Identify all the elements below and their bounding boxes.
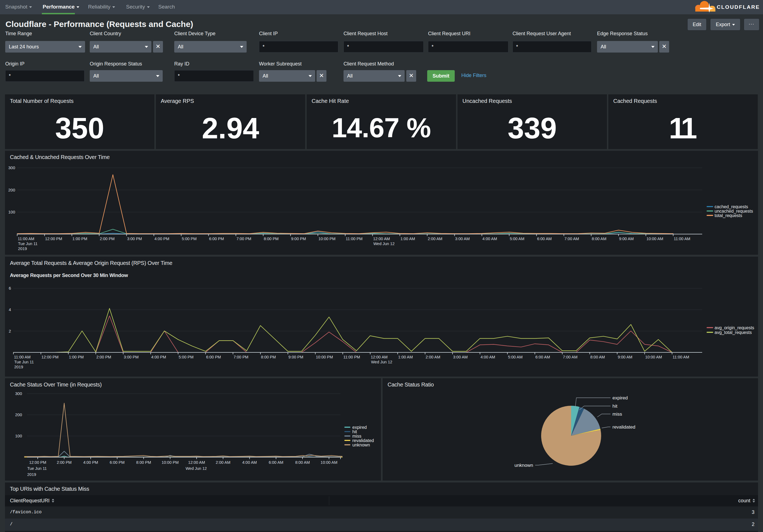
svg-text:12:00 AM: 12:00 AM bbox=[373, 236, 390, 241]
svg-text:miss: miss bbox=[612, 411, 622, 417]
svg-text:hit: hit bbox=[352, 429, 357, 434]
svg-text:2:00 AM: 2:00 AM bbox=[216, 460, 230, 465]
svg-text:3:00 AM: 3:00 AM bbox=[453, 355, 468, 359]
svg-text:2:00 PM: 2:00 PM bbox=[57, 460, 71, 465]
svg-text:6:00 AM: 6:00 AM bbox=[535, 355, 550, 359]
svg-text:7:00 PM: 7:00 PM bbox=[236, 236, 251, 241]
svg-text:Wed Jun 12: Wed Jun 12 bbox=[185, 466, 207, 471]
svg-text:3:00 PM: 3:00 PM bbox=[124, 355, 139, 359]
svg-text:miss: miss bbox=[352, 434, 362, 438]
svg-text:2:00 AM: 2:00 AM bbox=[428, 236, 442, 241]
svg-text:3:00 AM: 3:00 AM bbox=[455, 236, 470, 241]
svg-text:11:00 PM: 11:00 PM bbox=[343, 355, 360, 359]
svg-text:200: 200 bbox=[15, 412, 22, 417]
svg-text:8:00 AM: 8:00 AM bbox=[591, 355, 605, 359]
svg-text:11:00 AM: 11:00 AM bbox=[18, 236, 35, 241]
svg-text:1:00 PM: 1:00 PM bbox=[69, 355, 84, 359]
svg-text:5:00 AM: 5:00 AM bbox=[508, 355, 522, 359]
svg-text:10:00 AM: 10:00 AM bbox=[646, 236, 663, 241]
svg-text:4:00 PM: 4:00 PM bbox=[83, 460, 98, 465]
svg-text:1:00 AM: 1:00 AM bbox=[398, 355, 413, 359]
svg-text:revalidated: revalidated bbox=[352, 438, 374, 443]
svg-text:11:00 PM: 11:00 PM bbox=[346, 236, 363, 241]
svg-text:5:00 PM: 5:00 PM bbox=[179, 355, 193, 359]
svg-text:Tue Jun 11: Tue Jun 11 bbox=[14, 360, 34, 364]
svg-text:11:00 AM: 11:00 AM bbox=[673, 355, 689, 359]
svg-text:11:00 AM: 11:00 AM bbox=[674, 236, 690, 241]
svg-text:Wed Jun 12: Wed Jun 12 bbox=[371, 360, 392, 364]
svg-text:2: 2 bbox=[9, 329, 11, 333]
svg-text:6:00 PM: 6:00 PM bbox=[209, 236, 224, 241]
svg-text:11:00 AM: 11:00 AM bbox=[14, 355, 31, 359]
svg-text:300: 300 bbox=[8, 165, 15, 170]
svg-text:6: 6 bbox=[9, 286, 11, 291]
svg-text:9:00 AM: 9:00 AM bbox=[619, 236, 634, 241]
svg-text:revalidated: revalidated bbox=[612, 424, 635, 430]
svg-text:200: 200 bbox=[8, 188, 15, 192]
svg-text:6:00 AM: 6:00 AM bbox=[537, 236, 552, 241]
svg-text:10:00 PM: 10:00 PM bbox=[316, 355, 333, 359]
svg-text:100: 100 bbox=[15, 433, 22, 438]
svg-text:4: 4 bbox=[9, 307, 11, 312]
svg-text:expired: expired bbox=[352, 425, 367, 430]
svg-text:5:00 AM: 5:00 AM bbox=[510, 236, 524, 241]
svg-text:unknown: unknown bbox=[352, 443, 370, 447]
svg-text:10:00 AM: 10:00 AM bbox=[321, 460, 337, 465]
svg-text:2:00 PM: 2:00 PM bbox=[100, 236, 115, 241]
svg-text:2019: 2019 bbox=[18, 246, 27, 251]
svg-text:hit: hit bbox=[612, 403, 617, 409]
svg-text:9:00 PM: 9:00 PM bbox=[291, 236, 306, 241]
svg-text:6:00 AM: 6:00 AM bbox=[269, 460, 283, 465]
svg-text:2:00 AM: 2:00 AM bbox=[426, 355, 440, 359]
svg-text:4:00 PM: 4:00 PM bbox=[151, 355, 166, 359]
svg-text:8:00 PM: 8:00 PM bbox=[264, 236, 278, 241]
svg-text:7:00 AM: 7:00 AM bbox=[563, 355, 578, 359]
svg-text:4:00 AM: 4:00 AM bbox=[242, 460, 257, 465]
svg-text:8:00 PM: 8:00 PM bbox=[261, 355, 276, 359]
svg-text:10:00 PM: 10:00 PM bbox=[162, 460, 179, 465]
svg-text:total_requests: total_requests bbox=[714, 213, 742, 218]
svg-text:Tue Jun 11: Tue Jun 11 bbox=[27, 466, 47, 471]
svg-text:4:00 AM: 4:00 AM bbox=[483, 236, 497, 241]
svg-text:10:00 PM: 10:00 PM bbox=[318, 236, 336, 241]
svg-text:4:00 AM: 4:00 AM bbox=[481, 355, 495, 359]
svg-text:8:00 AM: 8:00 AM bbox=[592, 236, 606, 241]
svg-text:2:00 PM: 2:00 PM bbox=[96, 355, 111, 359]
svg-text:6:00 PM: 6:00 PM bbox=[206, 355, 221, 359]
svg-text:300: 300 bbox=[15, 391, 22, 396]
svg-text:10:00 AM: 10:00 AM bbox=[645, 355, 662, 359]
svg-text:avg_total_requests: avg_total_requests bbox=[714, 330, 752, 335]
svg-text:2019: 2019 bbox=[14, 365, 23, 369]
svg-text:5:00 PM: 5:00 PM bbox=[182, 236, 196, 241]
svg-text:8:00 AM: 8:00 AM bbox=[295, 460, 310, 465]
svg-text:8:00 PM: 8:00 PM bbox=[136, 460, 151, 465]
svg-text:Wed Jun 12: Wed Jun 12 bbox=[373, 241, 394, 246]
svg-text:9:00 PM: 9:00 PM bbox=[288, 355, 303, 359]
svg-text:100: 100 bbox=[8, 210, 15, 214]
svg-text:2019: 2019 bbox=[27, 472, 36, 477]
svg-text:12:00 PM: 12:00 PM bbox=[42, 355, 58, 359]
svg-text:7:00 AM: 7:00 AM bbox=[565, 236, 579, 241]
svg-text:12:00 AM: 12:00 AM bbox=[371, 355, 387, 359]
svg-text:9:00 AM: 9:00 AM bbox=[618, 355, 632, 359]
svg-text:4:00 PM: 4:00 PM bbox=[155, 236, 169, 241]
svg-text:12:00 PM: 12:00 PM bbox=[29, 460, 46, 465]
svg-text:7:00 PM: 7:00 PM bbox=[233, 355, 248, 359]
svg-text:12:00 AM: 12:00 AM bbox=[188, 460, 205, 465]
svg-text:avg_origin_requests: avg_origin_requests bbox=[714, 325, 754, 330]
svg-text:3:00 PM: 3:00 PM bbox=[127, 236, 142, 241]
svg-text:6:00 PM: 6:00 PM bbox=[110, 460, 125, 465]
svg-text:1:00 AM: 1:00 AM bbox=[400, 236, 415, 241]
svg-text:unknown: unknown bbox=[514, 463, 533, 468]
svg-text:Tue Jun 11: Tue Jun 11 bbox=[18, 241, 38, 246]
svg-text:1:00 PM: 1:00 PM bbox=[72, 236, 87, 241]
svg-text:12:00 PM: 12:00 PM bbox=[45, 236, 62, 241]
svg-text:expired: expired bbox=[612, 395, 628, 400]
